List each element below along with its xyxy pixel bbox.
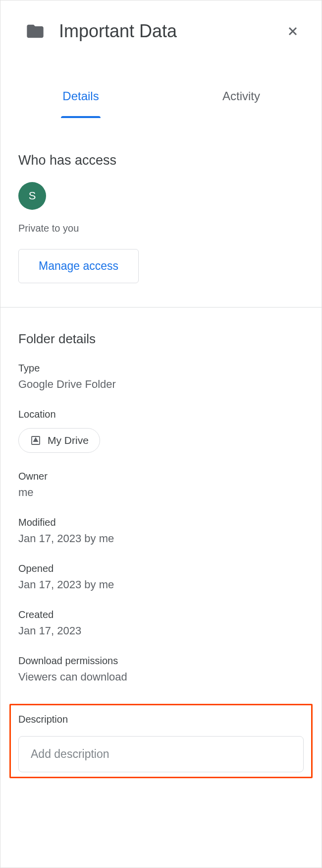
opened-label: Opened — [18, 563, 304, 574]
field-opened: Opened Jan 17, 2023 by me — [18, 563, 304, 591]
access-private-text: Private to you — [18, 223, 304, 234]
folder-icon — [25, 21, 45, 41]
field-owner: Owner me — [18, 471, 304, 499]
access-section: Who has access S Private to you Manage a… — [0, 118, 322, 307]
field-location: Location My Drive — [18, 409, 304, 453]
panel-header: Important Data — [0, 0, 322, 52]
field-description: Description — [0, 714, 322, 772]
field-download-permissions: Download permissions Viewers can downloa… — [18, 655, 304, 683]
download-permissions-label: Download permissions — [18, 655, 304, 667]
modified-label: Modified — [18, 517, 304, 528]
close-button[interactable] — [282, 20, 304, 42]
field-modified: Modified Jan 17, 2023 by me — [18, 517, 304, 545]
field-type: Type Google Drive Folder — [18, 363, 304, 391]
opened-value: Jan 17, 2023 by me — [18, 578, 304, 591]
avatar: S — [18, 182, 46, 210]
panel-title: Important Data — [59, 21, 268, 42]
owner-label: Owner — [18, 471, 304, 482]
owner-value: me — [18, 486, 304, 499]
tab-details[interactable]: Details — [0, 79, 161, 118]
modified-value: Jan 17, 2023 by me — [18, 532, 304, 545]
location-label: Location — [18, 409, 304, 420]
details-section: Folder details Type Google Drive Folder … — [0, 308, 322, 701]
close-icon — [286, 24, 300, 38]
details-panel: Important Data Details Activity Who has … — [0, 0, 322, 868]
type-label: Type — [18, 363, 304, 374]
drive-icon — [30, 434, 42, 446]
created-label: Created — [18, 609, 304, 620]
tabs: Details Activity — [0, 79, 322, 118]
type-value: Google Drive Folder — [18, 378, 304, 391]
download-permissions-value: Viewers can download — [18, 671, 304, 683]
details-heading: Folder details — [18, 331, 304, 347]
tab-activity[interactable]: Activity — [161, 79, 322, 118]
location-chip[interactable]: My Drive — [18, 428, 100, 453]
location-value: My Drive — [48, 434, 89, 446]
description-label: Description — [18, 714, 304, 725]
access-heading: Who has access — [18, 153, 304, 168]
manage-access-button[interactable]: Manage access — [18, 249, 139, 283]
field-created: Created Jan 17, 2023 — [18, 609, 304, 637]
description-input[interactable] — [18, 736, 304, 772]
created-value: Jan 17, 2023 — [18, 624, 304, 637]
